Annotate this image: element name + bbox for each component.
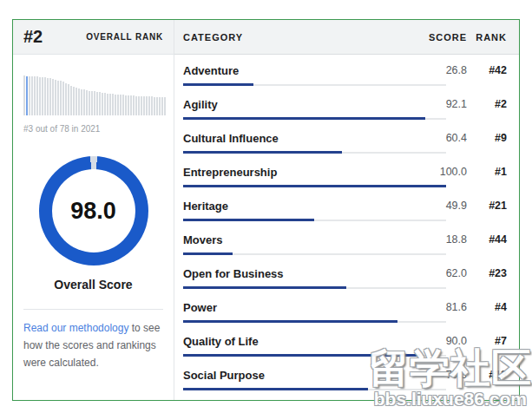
score-bar-fill (183, 219, 314, 221)
category-name: Agility (183, 98, 413, 111)
category-score-table: CATEGORY SCORE RANK Adventure 26.8 #42 A… (174, 20, 519, 400)
histogram-bar (83, 89, 85, 115)
category-name: Adventure (183, 64, 413, 77)
table-row: Adventure 26.8 #42 (183, 60, 507, 92)
category-score: 81.6 (413, 301, 467, 313)
category-score: 60.4 (413, 132, 467, 144)
histogram-bar (104, 93, 106, 115)
histogram-bar (36, 76, 38, 115)
histogram-bar (125, 95, 127, 116)
table-row: Movers 18.8 #44 (183, 229, 507, 261)
histogram-bar (55, 80, 56, 115)
histogram-bar (94, 91, 95, 115)
histogram-bar (52, 79, 54, 115)
rank-distribution-histogram (23, 75, 163, 115)
score-bar-fill (183, 151, 342, 154)
histogram-bar (39, 77, 41, 115)
histogram-bar (151, 96, 153, 115)
histogram-bar (70, 86, 72, 116)
histogram-bar (161, 97, 163, 115)
histogram-bar (128, 95, 129, 116)
score-bar-track (183, 388, 446, 390)
histogram-bar (47, 78, 49, 115)
overall-rank-header: #2 OVERALL RANK (13, 20, 174, 55)
histogram-bar (109, 94, 111, 115)
histogram-bar (65, 83, 67, 115)
header-score: SCORE (413, 32, 467, 43)
table-row: Quality of Life 90.0 #7 (183, 331, 507, 363)
histogram-bar (29, 76, 30, 115)
header-category: CATEGORY (183, 32, 413, 43)
category-name: Open for Business (183, 267, 413, 280)
histogram-bar (78, 88, 80, 115)
histogram-bar (154, 97, 155, 115)
category-score: 100.0 (413, 166, 467, 178)
histogram-bar (146, 96, 148, 115)
histogram-bar (148, 96, 150, 115)
histogram-bar (138, 96, 140, 116)
category-rank: #23 (467, 267, 507, 279)
header-rank: RANK (467, 32, 507, 43)
score-bar-track (183, 286, 446, 289)
score-bar-fill (183, 252, 233, 255)
histogram-bar (60, 81, 62, 115)
overall-rank-label: OVERALL RANK (86, 32, 163, 42)
table-row: Heritage 49.9 #21 (183, 195, 507, 227)
table-row: Cultural Influence 60.4 #9 (183, 128, 507, 160)
histogram-bar (57, 81, 59, 116)
score-bar-fill (183, 286, 346, 289)
category-rank: #2 (467, 98, 507, 110)
score-bar-track (183, 117, 446, 120)
histogram-bar (23, 75, 25, 115)
category-rank: #7 (467, 335, 507, 347)
histogram-bar (31, 76, 33, 115)
histogram-bar (99, 92, 101, 115)
table-header-row: CATEGORY SCORE RANK (174, 20, 519, 55)
category-name: Cultural Influence (183, 132, 413, 145)
histogram-bar (49, 78, 51, 115)
histogram-bar (115, 95, 116, 115)
score-bar-fill (183, 185, 446, 187)
score-bar-fill (183, 388, 368, 390)
score-bar-fill (183, 117, 425, 120)
histogram-bar (34, 76, 36, 115)
methodology-text: Read our methodology to see how the scor… (23, 320, 163, 371)
score-bar-track (183, 354, 446, 357)
histogram-bar (159, 97, 161, 115)
category-rank: #9 (467, 132, 507, 144)
histogram-bar (112, 94, 114, 115)
category-name: Social Purpose (183, 369, 413, 382)
category-name: Power (183, 301, 413, 314)
category-name: Movers (183, 233, 413, 246)
score-bar-fill (183, 83, 253, 86)
left-panel-divider (23, 309, 163, 310)
score-bar-track (183, 83, 446, 86)
histogram-bar (42, 77, 43, 115)
score-bar-track (183, 151, 446, 154)
category-score: 62.0 (413, 267, 467, 279)
histogram-bar (141, 96, 142, 115)
category-score: 26.8 (413, 64, 467, 76)
category-score: 70.3 (413, 369, 467, 381)
histogram-bar (91, 91, 93, 115)
histogram-bar (133, 95, 135, 115)
category-rank: #1 (467, 166, 507, 178)
histogram-bar (96, 92, 98, 115)
category-rank: #13 (467, 369, 507, 381)
country-rank-card: #2 OVERALL RANK #3 out of 78 in 2021 98.… (12, 19, 520, 401)
category-rank: #42 (467, 64, 507, 76)
histogram-bar (135, 96, 137, 116)
category-score: 92.1 (413, 98, 467, 110)
table-row: Entrepreneurship 100.0 #1 (183, 161, 507, 193)
score-bar-fill (183, 354, 420, 357)
category-score: 49.9 (413, 200, 467, 212)
histogram-bar (156, 97, 158, 115)
histogram-bar (76, 88, 77, 115)
methodology-link[interactable]: Read our methodology (23, 322, 128, 334)
category-name: Quality of Life (183, 335, 413, 348)
histogram-bar-highlighted (26, 76, 28, 116)
score-bar-track (183, 185, 446, 187)
table-row: Social Purpose 70.3 #13 (183, 364, 507, 397)
category-name: Entrepreneurship (183, 166, 413, 179)
histogram-bar (73, 87, 75, 115)
